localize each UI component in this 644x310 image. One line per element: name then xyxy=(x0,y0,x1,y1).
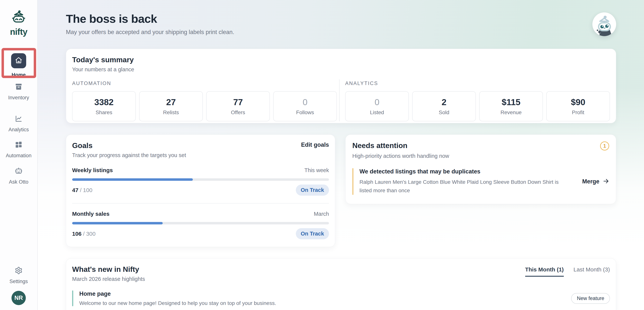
divider xyxy=(72,203,329,204)
sidebar-item-automation[interactable]: Automation xyxy=(0,141,37,159)
sidebar-item-label: Settings xyxy=(10,279,28,285)
group-label: AUTOMATION xyxy=(72,80,337,86)
goal-separator: / xyxy=(83,231,84,237)
stat-label: Offers xyxy=(231,109,245,115)
group-label: ANALYTICS xyxy=(345,80,610,86)
tab-last-month[interactable]: Last Month (3) xyxy=(574,266,610,277)
stat-label: Revenue xyxy=(500,109,522,115)
stat-label: Follows xyxy=(296,109,314,115)
attention-item-duplicates: We detected listings that may be duplica… xyxy=(352,168,609,195)
progress-bar xyxy=(72,178,329,181)
sidebar-item-label: Home xyxy=(12,72,26,78)
summary-title: Today's summary xyxy=(72,56,610,64)
stat-tile-offers: 77 Offers xyxy=(206,91,270,121)
goal-period: March xyxy=(314,211,329,217)
sidebar-item-ask-otto[interactable]: Ask Otto xyxy=(0,167,37,185)
news-title: What's new in Nifty xyxy=(72,265,145,274)
sidebar-item-home[interactable]: Home xyxy=(0,53,37,78)
progress-fill xyxy=(72,222,163,224)
new-feature-badge: New feature xyxy=(571,293,610,304)
goal-target: 300 xyxy=(86,231,96,237)
news-item-description: Welcome to our new home page! Designed t… xyxy=(79,300,571,306)
line-chart-icon xyxy=(15,115,22,123)
todays-summary-card: Today's summary Your numbers at a glance… xyxy=(66,49,616,123)
attention-title: Needs attention xyxy=(352,141,408,150)
merge-label: Merge xyxy=(582,178,599,185)
news-item-title: Home page xyxy=(79,291,571,297)
sidebar-item-label: Inventory xyxy=(8,95,29,101)
inventory-box-icon xyxy=(15,83,22,91)
goal-target: 100 xyxy=(83,187,92,193)
sidebar-item-label: Automation xyxy=(6,153,32,159)
sidebar-item-analytics[interactable]: Analytics xyxy=(0,115,37,133)
stat-value: 77 xyxy=(233,97,243,107)
stat-label: Listed xyxy=(370,109,384,115)
stat-value: $115 xyxy=(502,97,520,107)
goal-name: Weekly listings xyxy=(72,167,113,173)
progress-fill xyxy=(72,178,193,181)
sidebar: nifty Home Inventory xyxy=(0,0,38,310)
app-window: nifty Home Inventory xyxy=(0,0,644,310)
group-divider xyxy=(339,79,340,121)
goals-subtitle: Track your progress against the targets … xyxy=(72,152,329,158)
goal-name: Monthly sales xyxy=(72,211,110,217)
goal-period: This week xyxy=(304,167,329,173)
attention-item-description: Ralph Lauren Men's Large Cotton Blue Whi… xyxy=(360,178,559,195)
goal-separator: / xyxy=(80,187,81,193)
user-avatar[interactable]: NR xyxy=(0,291,37,305)
news-subtitle: March 2026 release highlights xyxy=(72,276,145,282)
avatar-initials: NR xyxy=(12,291,26,305)
goal-current: 106 xyxy=(72,231,82,237)
home-active-tile xyxy=(11,53,26,68)
stat-tile-follows: 0 Follows xyxy=(273,91,337,121)
attention-item-title: We detected listings that may be duplica… xyxy=(360,168,576,175)
needs-attention-card: Needs attention 1 High-priority actions … xyxy=(345,134,616,204)
news-item-home-page: Home page Welcome to our new home page! … xyxy=(72,291,610,306)
goal-monthly-sales: Monthly sales March 106/300 On Track xyxy=(72,211,329,239)
status-badge: On Track xyxy=(296,185,329,196)
merge-button[interactable]: Merge xyxy=(582,178,609,185)
stat-tile-shares: 3382 Shares xyxy=(72,91,136,121)
grid-squares-icon xyxy=(15,141,22,149)
brand-name: nifty xyxy=(10,27,27,37)
goal-current: 47 xyxy=(72,187,78,193)
page-title: The boss is back xyxy=(66,12,616,25)
page-subtitle: May your offers be accepted and your shi… xyxy=(66,29,616,35)
stat-tile-listed: 0 Listed xyxy=(345,91,409,121)
stat-tile-revenue: $115 Revenue xyxy=(479,91,543,121)
brand-logo[interactable]: nifty xyxy=(0,9,37,37)
whats-new-card: What's new in Nifty March 2026 release h… xyxy=(66,258,616,310)
progress-bar xyxy=(72,222,329,224)
sidebar-item-label: Analytics xyxy=(8,127,29,133)
stat-value: 0 xyxy=(302,97,308,107)
sidebar-item-settings[interactable]: Settings xyxy=(0,267,37,285)
attention-count-badge: 1 xyxy=(600,141,609,150)
sidebar-item-inventory[interactable]: Inventory xyxy=(0,83,37,101)
summary-group-analytics: ANALYTICS 0 Listed 2 Sold $115 Revenue xyxy=(345,80,610,121)
stat-value: 3382 xyxy=(94,97,114,107)
tab-this-month[interactable]: This Month (1) xyxy=(525,266,564,277)
stat-value: 2 xyxy=(442,97,446,107)
stat-label: Profit xyxy=(572,109,584,115)
summary-group-automation: AUTOMATION 3382 Shares 27 Relists 77 Off xyxy=(72,80,337,121)
main-content: The boss is back May your offers be acce… xyxy=(38,0,644,310)
home-icon xyxy=(15,57,22,65)
goal-weekly-listings: Weekly listings This week 47/100 On Trac… xyxy=(72,167,329,196)
stat-label: Relists xyxy=(163,109,179,115)
stat-tile-profit: $90 Profit xyxy=(546,91,610,121)
nifty-robot-hanger-icon xyxy=(10,9,28,26)
goals-card: Goals Edit goals Track your progress aga… xyxy=(66,134,335,247)
otto-mascot-avatar[interactable] xyxy=(592,12,616,36)
edit-goals-button[interactable]: Edit goals xyxy=(301,141,329,148)
arrow-right-icon xyxy=(603,178,609,185)
summary-subtitle: Your numbers at a glance xyxy=(72,66,610,73)
stat-tile-relists: 27 Relists xyxy=(139,91,203,121)
stat-label: Sold xyxy=(439,109,449,115)
teal-accent-bar xyxy=(72,291,73,306)
goal-count: 106/300 xyxy=(72,231,96,237)
gear-icon xyxy=(15,267,22,275)
stat-value: 0 xyxy=(374,97,380,107)
status-badge: On Track xyxy=(296,228,329,239)
stat-value: $90 xyxy=(571,97,586,107)
stat-tile-sold: 2 Sold xyxy=(412,91,476,121)
